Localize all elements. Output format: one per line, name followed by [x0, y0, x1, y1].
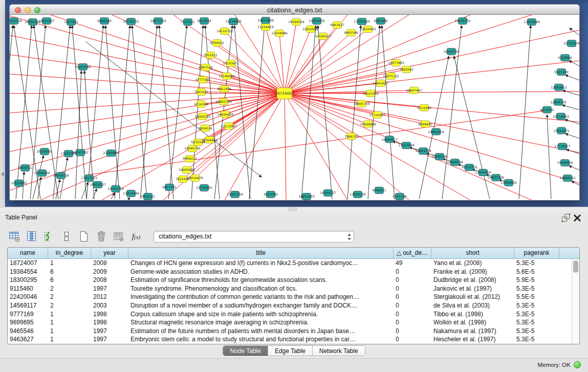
svg-text:11254408: 11254408: [225, 19, 242, 23]
column-header-1[interactable]: in_degree: [48, 248, 91, 258]
svg-text:14850634: 14850634: [217, 113, 233, 116]
table-cell: 1997: [91, 285, 128, 293]
table-cell: 6: [48, 268, 91, 276]
svg-text:11254419: 11254419: [257, 25, 274, 29]
row-mode-icon[interactable]: [59, 229, 74, 244]
new-column-icon[interactable]: [77, 229, 91, 244]
svg-text:10688609: 10688609: [360, 122, 376, 126]
svg-text:12504046: 12504046: [271, 31, 288, 35]
svg-text:12654923: 12654923: [360, 27, 376, 31]
close-panel-icon[interactable]: [573, 213, 582, 223]
table-cell: 49: [394, 259, 431, 268]
table-cell: 1998: [91, 310, 128, 319]
import-table-icon[interactable]: [112, 229, 126, 244]
table-tabs-row: Node TableEdge TableNetwork Table: [0, 345, 588, 356]
tab-node-table[interactable]: Node Table: [223, 346, 268, 356]
table-cell: 9777169: [8, 310, 48, 319]
memory-indicator[interactable]: Memory: OK: [537, 361, 581, 368]
svg-text:16099489: 16099489: [179, 168, 195, 171]
table-row[interactable]: 1938455462009Genome-wide association stu…: [8, 268, 572, 276]
svg-text:9777169: 9777169: [195, 78, 210, 81]
table-cell: 5.3E-5: [514, 310, 559, 319]
svg-text:16210643: 16210643: [553, 115, 569, 118]
svg-text:6966160: 6966160: [97, 19, 112, 23]
table-row[interactable]: 1872400712008Changes of HCN gene express…: [8, 259, 572, 268]
show-column-icon[interactable]: [25, 229, 39, 244]
table-panel-title: Table Panel: [5, 214, 37, 221]
table-cell: 2009: [91, 268, 128, 276]
table-cell: 1997: [91, 327, 128, 336]
table-cell: 19384554: [8, 268, 48, 276]
svg-text:16648784: 16648784: [443, 50, 460, 53]
vertical-scrollbar[interactable]: [572, 259, 579, 344]
tab-edge-table[interactable]: Edge Table: [268, 346, 313, 356]
table-cell: 0: [394, 285, 431, 293]
function-builder-icon[interactable]: f(x): [129, 229, 143, 244]
table-cell: 5.3E-5: [514, 301, 559, 310]
table-panel-header: Table Panel: [0, 211, 588, 225]
splitter-handle[interactable]: [288, 208, 297, 211]
network-graph-canvas[interactable]: 1405572420691406106532871527602696616010…: [9, 15, 580, 201]
table-select-combo[interactable]: citations_edges.txt: [154, 231, 354, 243]
table-cell: 0: [394, 293, 431, 301]
svg-text:17957223: 17957223: [81, 176, 97, 180]
float-panel-icon[interactable]: [561, 213, 571, 223]
table-options-icon[interactable]: [7, 229, 21, 244]
column-header-2[interactable]: year: [91, 248, 128, 258]
column-header-6[interactable]: pagerank: [514, 248, 559, 258]
svg-text:7462667: 7462667: [194, 90, 208, 94]
column-header-0[interactable]: name: [8, 248, 48, 258]
svg-text:12213987: 12213987: [221, 124, 237, 128]
svg-text:5878334: 5878334: [191, 141, 205, 144]
table-cell: 5.5E-5: [514, 293, 559, 301]
svg-text:19565976: 19565976: [309, 19, 325, 23]
svg-text:9227349: 9227349: [554, 70, 569, 74]
table-cell: Nakamura et al. (1997): [431, 327, 514, 336]
tab-network-table[interactable]: Network Table: [313, 346, 365, 356]
select-columns-icon[interactable]: [42, 229, 56, 244]
table-row[interactable]: 977716911998Corpus callosum shape and si…: [8, 310, 572, 319]
table-cell: 5.3E-5: [514, 318, 559, 327]
svg-text:16046766: 16046766: [184, 146, 201, 150]
table-cell: 2008: [91, 259, 128, 268]
svg-text:9465546: 9465546: [344, 31, 358, 34]
svg-text:16157276: 16157276: [461, 165, 477, 169]
svg-text:11567039: 11567039: [398, 143, 415, 147]
combo-stepper-icon: [347, 233, 352, 241]
table-cell: Genome-wide association studies in ADHD.: [128, 268, 394, 276]
table-row[interactable]: 2242004622012Investigating the contribut…: [8, 293, 572, 301]
table-cell: 14569117: [8, 301, 48, 310]
svg-text:10193871: 10193871: [223, 61, 239, 65]
table-cell: Investigating the contribution of common…: [128, 293, 394, 301]
table-cell: 22420046: [8, 293, 48, 301]
table-cell: 1997: [91, 335, 128, 344]
svg-text:12003579: 12003579: [415, 149, 431, 152]
column-header-3[interactable]: title: [128, 248, 394, 258]
scrollbar-thumb[interactable]: [573, 260, 578, 273]
delete-column-icon[interactable]: [94, 229, 108, 244]
window-titlebar[interactable]: citations_edges.txt: [9, 4, 580, 15]
svg-text:10719155: 10719155: [123, 19, 139, 23]
svg-text:11007254: 11007254: [227, 192, 243, 196]
svg-text:1527602: 1527602: [64, 20, 78, 24]
svg-text:12910269: 12910269: [524, 20, 540, 24]
svg-text:8215955: 8215955: [540, 108, 554, 112]
table-row[interactable]: 1456911722003Disruption of a novel membe…: [8, 301, 572, 310]
table-row[interactable]: 1830029562008Estimation of significance …: [8, 276, 572, 285]
svg-text:19404056: 19404056: [557, 161, 573, 164]
table-row[interactable]: 946362711997Embryonic stem cells: a mode…: [8, 335, 572, 344]
svg-text:7986372: 7986372: [344, 135, 359, 138]
column-header-4[interactable]: △ out_de…: [394, 248, 431, 258]
table-row[interactable]: 946554611997Estimation of the future num…: [8, 327, 572, 336]
table-cell: Hescheler et al. (1997): [431, 335, 514, 344]
table-cell: 9699695: [8, 318, 48, 327]
table-cell: 1: [48, 335, 91, 344]
svg-text:10973493: 10973493: [388, 61, 404, 64]
panel-splitter[interactable]: [0, 207, 588, 211]
table-row[interactable]: 911546021997Tourette syndrome. Phenomeno…: [8, 285, 572, 293]
column-header-5[interactable]: short: [431, 248, 514, 258]
table-row[interactable]: 969969511998Structural magnetic resonanc…: [8, 318, 572, 327]
table-cell: 2: [48, 293, 91, 301]
svg-text:9605611: 9605611: [372, 188, 386, 192]
collapse-panel-arrow-icon[interactable]: [1, 172, 4, 177]
